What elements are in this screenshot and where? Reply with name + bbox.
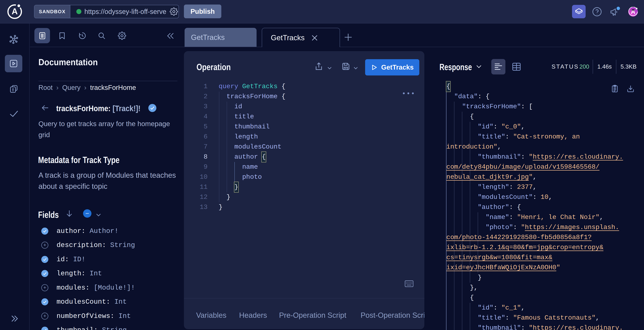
svg-text:A: A [12,7,18,16]
